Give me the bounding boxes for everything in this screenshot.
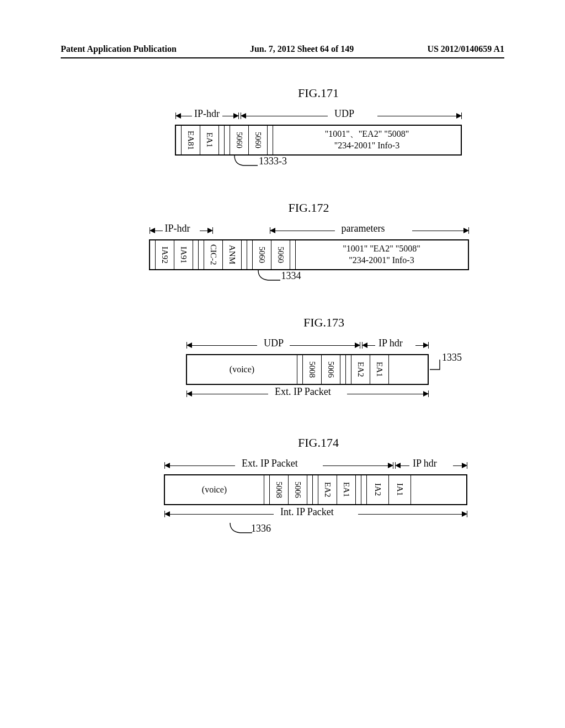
field-5060a: 5060 bbox=[253, 240, 271, 269]
field-5008: 5008 bbox=[303, 355, 322, 384]
payload-line1: "1001"、"EA2" "5008" bbox=[325, 129, 409, 140]
field-ia1: IA1 bbox=[389, 475, 411, 504]
figure-title: FIG.171 bbox=[298, 86, 339, 100]
packet-row: EA81 EA1 5060 5060 "1001"、"EA2" "5008" "… bbox=[175, 125, 462, 156]
gap-cell bbox=[411, 475, 417, 504]
figure-174: FIG.174 Ext. IP Packet IP hdr bbox=[132, 436, 504, 537]
gap-cell bbox=[268, 126, 273, 154]
gap-cell bbox=[247, 240, 253, 269]
range-label-parameters: parameters bbox=[342, 223, 385, 234]
field-5006: 5006 bbox=[289, 475, 307, 504]
gap-cell bbox=[340, 355, 346, 384]
payload-line2: "234-2001" Info-3 bbox=[334, 140, 399, 152]
gap-cell bbox=[361, 475, 367, 504]
range-label-extip: Ext. IP Packet bbox=[275, 386, 331, 398]
gap-cell bbox=[264, 475, 270, 504]
range-label-iphdr: IP hdr bbox=[413, 458, 437, 469]
range-label-udp: UDP bbox=[334, 108, 354, 120]
field-ea2: EA2 bbox=[351, 355, 370, 384]
gap-cell bbox=[225, 126, 230, 154]
field-ia91: IA91 bbox=[174, 240, 193, 269]
field-payload: "1001"、"EA2" "5008" "234-2001" Info-3 bbox=[273, 126, 461, 154]
gap-cell bbox=[346, 355, 351, 384]
gap-cell bbox=[290, 240, 296, 269]
header-center: Jun. 7, 2012 Sheet 64 of 149 bbox=[250, 44, 354, 54]
field-ea81: EA81 bbox=[182, 126, 200, 154]
gap-cell bbox=[356, 475, 361, 504]
field-5006: 5006 bbox=[322, 355, 340, 384]
packet-row: (voice) 5008 5006 EA2 EA1 bbox=[186, 354, 429, 385]
field-ea1: EA1 bbox=[370, 355, 389, 384]
figure-title: FIG.174 bbox=[298, 436, 339, 450]
range-label-extip: Ext. IP Packet bbox=[242, 458, 298, 469]
range-label-udp: UDP bbox=[264, 338, 284, 349]
range-label-iphdr: IP-hdr bbox=[165, 223, 190, 234]
field-payload: "1001" "EA2" "5008" "234-2001" Info-3 bbox=[296, 240, 468, 269]
gap-cell bbox=[242, 240, 247, 269]
document-header: Patent Application Publication Jun. 7, 2… bbox=[61, 44, 504, 58]
field-5060a: 5060 bbox=[230, 126, 249, 154]
field-5008: 5008 bbox=[270, 475, 289, 504]
gap-cell bbox=[307, 475, 313, 504]
page: Patent Application Publication Jun. 7, 2… bbox=[0, 0, 565, 728]
field-ea2: EA2 bbox=[318, 475, 337, 504]
gap-cell bbox=[176, 126, 182, 154]
field-ia2: IA2 bbox=[367, 475, 389, 504]
field-5060b: 5060 bbox=[271, 240, 290, 269]
gap-cell bbox=[199, 240, 204, 269]
ref-label: 1334 bbox=[281, 270, 301, 282]
packet-row: IA92 IA91 CIC-2 ANM 5060 5060 "1001" "EA… bbox=[149, 239, 469, 270]
figure-171: FIG.171 IP-hdr UDP bbox=[132, 86, 504, 168]
gap-cell bbox=[389, 355, 395, 384]
header-left: Patent Application Publication bbox=[61, 44, 177, 54]
range-label-iphdr: IP-hdr bbox=[194, 108, 220, 120]
ref-label: 1335 bbox=[442, 352, 462, 363]
gap-cell bbox=[150, 240, 156, 269]
field-5060b: 5060 bbox=[249, 126, 268, 154]
gap-cell bbox=[193, 240, 199, 269]
range-label-intip: Int. IP Packet bbox=[280, 506, 334, 518]
ref-label: 1336 bbox=[251, 523, 271, 534]
header-right: US 2012/0140659 A1 bbox=[427, 44, 504, 54]
ref-label: 1333-3 bbox=[259, 156, 287, 167]
figure-title: FIG.172 bbox=[289, 201, 329, 215]
gap-cell bbox=[313, 475, 318, 504]
payload-line2: "234-2001" Info-3 bbox=[349, 255, 414, 266]
field-anm: ANM bbox=[223, 240, 242, 269]
figure-title: FIG.173 bbox=[303, 315, 344, 330]
range-label-iphdr: IP hdr bbox=[379, 338, 403, 349]
field-voice: (voice) bbox=[165, 475, 264, 504]
field-ea1: EA1 bbox=[337, 475, 356, 504]
field-ea1: EA1 bbox=[200, 126, 219, 154]
field-voice: (voice) bbox=[187, 355, 297, 384]
gap-cell bbox=[297, 355, 303, 384]
packet-row: (voice) 5008 5006 EA2 EA1 IA2 IA1 bbox=[164, 474, 467, 505]
field-ia92: IA92 bbox=[156, 240, 174, 269]
figure-172: FIG.172 IP-hdr parameters bbox=[113, 201, 504, 282]
figure-173: FIG.173 UDP IP hdr bbox=[143, 315, 504, 403]
field-cic2: CIC-2 bbox=[204, 240, 223, 269]
payload-line1: "1001" "EA2" "5008" bbox=[343, 243, 420, 255]
gap-cell bbox=[219, 126, 225, 154]
